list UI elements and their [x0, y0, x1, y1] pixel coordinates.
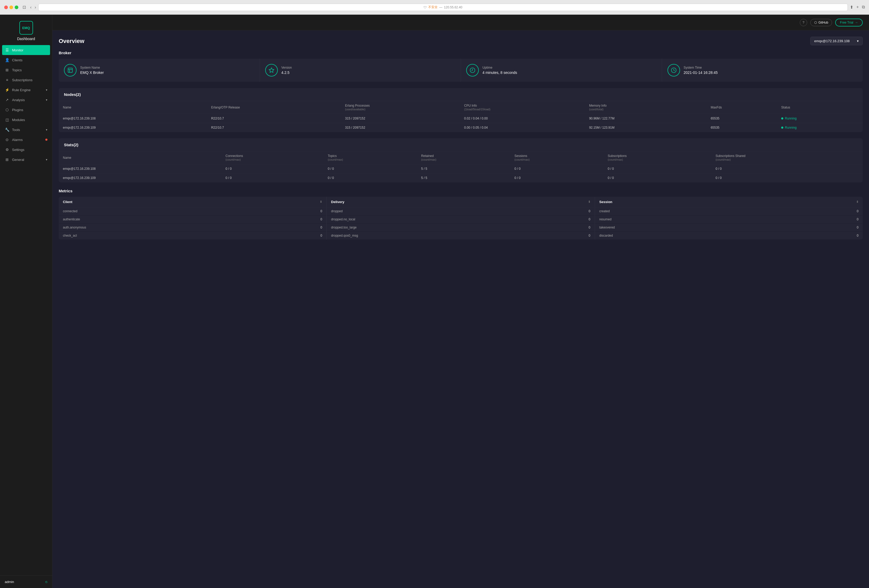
sidebar-toggle-icon[interactable]: ⊡ — [22, 5, 26, 10]
metrics-key: dropped.qos0_msg — [331, 234, 358, 237]
modules-icon: ◫ — [5, 117, 9, 122]
share-icon[interactable]: ⬆ — [850, 5, 853, 10]
sort-icon[interactable]: ⇕ — [856, 200, 859, 204]
node-selector[interactable]: emqx@172.16.239.108 ▾ — [810, 37, 863, 45]
maximize-button[interactable] — [15, 6, 18, 9]
col-name: Name — [59, 101, 207, 114]
metrics-col-header-client: Client ⇕ — [59, 197, 326, 207]
status-dot — [781, 117, 783, 120]
nodes-table-header: Name Erlang/OTP Release Erlang Processes… — [59, 101, 863, 114]
node-erlang-otp: R22/10.7 — [207, 123, 341, 132]
nodes-section-header: Nodes(2) — [59, 88, 863, 101]
sidebar-item-clients[interactable]: 👤 Clients — [0, 55, 52, 65]
sidebar-footer: admin ⎋ — [0, 575, 52, 588]
node-status: Running — [777, 114, 863, 123]
sort-icon[interactable]: ⇕ — [320, 200, 322, 204]
sidebar-item-label: Topics — [12, 68, 22, 72]
sidebar-item-label: Settings — [12, 148, 24, 152]
stat-retained: 5 / 5 — [417, 164, 510, 173]
sidebar-item-alarms[interactable]: ⊙ Alarms — [0, 135, 52, 145]
broker-card-system-name: System Name EMQ X Broker — [59, 59, 260, 82]
col-erlang-processes: Erlang Processes (used/avaliable) — [341, 101, 460, 114]
logo-icon: EMQ — [19, 21, 33, 35]
content: Overview emqx@172.16.239.108 ▾ Broker Sy… — [52, 30, 869, 588]
metrics-row: authenticate 0 — [59, 215, 326, 224]
sidebar-item-settings[interactable]: ⚙ Settings — [0, 145, 52, 155]
plugins-icon: ⬡ — [5, 107, 9, 112]
address-bar[interactable]: 🛡 不安全 — 120.55.62.40 — [38, 4, 848, 11]
sidebar-logo: EMQ Dashboard — [0, 15, 52, 45]
stat-sessions: 0 / 0 — [510, 164, 604, 173]
nodes-section: Nodes(2) Name Erlang/OTP Release Er — [59, 88, 863, 132]
github-label: GitHub — [819, 21, 828, 24]
sidebar-item-monitor[interactable]: ☰ Monitor — [2, 45, 50, 55]
sidebar-item-topics[interactable]: ⊞ Topics — [0, 65, 52, 75]
table-row: emqx@172.16.239.108 R22/10.7 315 / 20971… — [59, 114, 863, 123]
topics-icon: ⊞ — [5, 68, 9, 72]
new-tab-icon[interactable]: + — [856, 5, 859, 10]
broker-card-version: Version 4.2.5 — [260, 59, 461, 82]
address-ip: 120.55.62.40 — [444, 6, 462, 9]
metrics-val: 0 — [320, 209, 322, 213]
rule-engine-icon: ⚡ — [5, 87, 9, 92]
clients-icon: 👤 — [5, 58, 9, 62]
free-trial-button[interactable]: Free Trial → — [835, 19, 863, 27]
sidebar-item-general[interactable]: ⊞ General ▾ — [0, 155, 52, 164]
chevron-down-icon: ▾ — [46, 128, 47, 132]
broker-card-info: System Name EMQ X Broker — [80, 66, 104, 75]
card-value: EMQ X Broker — [80, 71, 104, 75]
stat-topics: 0 / 0 — [324, 173, 417, 183]
node-memory-info: 92.15M / 123.91M — [585, 123, 706, 132]
metrics-col-client: Client ⇕ connected 0 authenticate 0 auth… — [59, 197, 326, 240]
address-separator: — — [439, 6, 442, 9]
browser-icons: ⊡ — [22, 5, 26, 10]
col-subscriptions: Subscriptions (count/max) — [604, 151, 711, 164]
col-sessions: Sessions (count/max) — [510, 151, 604, 164]
col-maxfds: MaxFds — [706, 101, 777, 114]
chevron-down-icon: ▾ — [857, 39, 859, 43]
arrow-icon: → — [855, 21, 858, 24]
traffic-lights — [4, 6, 18, 9]
metrics-val: 0 — [857, 218, 859, 221]
sidebar-item-analysis[interactable]: ↗ Analysis ▾ — [0, 95, 52, 105]
metrics-row: resumed 0 — [595, 215, 863, 224]
app: EMQ Dashboard ☰ Monitor 👤 Clients ⊞ Topi… — [0, 15, 869, 588]
sidebar-item-label: Analysis — [12, 98, 25, 102]
sort-icon[interactable]: ⇕ — [588, 200, 590, 204]
logout-icon[interactable]: ⎋ — [45, 580, 47, 584]
minimize-button[interactable] — [9, 6, 13, 9]
metrics-col-session: Session ⇕ created 0 resumed 0 takeovered… — [595, 197, 863, 240]
sidebar-item-tools[interactable]: 🔧 Tools ▾ — [0, 125, 52, 135]
chevron-down-icon: ▾ — [46, 158, 47, 161]
sidebar-item-label: Modules — [12, 118, 25, 122]
sidebar-item-rule-engine[interactable]: ⚡ Rule Engine ▾ — [0, 85, 52, 95]
tabs-icon[interactable]: ⧉ — [862, 5, 865, 10]
sidebar-item-modules[interactable]: ◫ Modules — [0, 115, 52, 125]
close-button[interactable] — [4, 6, 8, 9]
stat-subscriptions-shared: 0 / 0 — [711, 173, 863, 183]
chevron-down-icon: ▾ — [46, 88, 47, 92]
status-dot — [781, 127, 783, 129]
node-selector-value: emqx@172.16.239.108 — [814, 39, 850, 43]
alarm-badge — [45, 139, 47, 141]
forward-icon[interactable]: › — [35, 5, 36, 10]
metrics-val: 0 — [589, 234, 590, 237]
metrics-key: dropped.no_local — [331, 218, 355, 221]
card-value: 2021-01-14 16:28:45 — [684, 71, 718, 75]
main: ? ⬡ GitHub Free Trial → Overview emqx@17… — [52, 15, 869, 588]
back-icon[interactable]: ‹ — [30, 5, 31, 10]
sidebar: EMQ Dashboard ☰ Monitor 👤 Clients ⊞ Topi… — [0, 15, 52, 588]
stats-section-header: Stats(2) — [59, 138, 863, 151]
browser-chrome: ⊡ ‹ › 🛡 不安全 — 120.55.62.40 ⬆ + ⧉ — [0, 0, 869, 15]
help-button[interactable]: ? — [800, 19, 807, 26]
col-retained: Retained (count/max) — [417, 151, 510, 164]
stat-topics: 0 / 0 — [324, 164, 417, 173]
sidebar-item-label: Alarms — [12, 138, 22, 142]
table-row: emqx@172.16.239.108 0 / 0 0 / 0 5 / 5 0 … — [59, 164, 863, 173]
system-name-icon — [64, 64, 77, 77]
col-name: Name — [59, 151, 221, 164]
stats-title: Stats(2) — [64, 142, 79, 147]
sidebar-item-subscriptions[interactable]: ≡ Subscriptions — [0, 75, 52, 85]
sidebar-item-plugins[interactable]: ⬡ Plugins — [0, 105, 52, 115]
github-button[interactable]: ⬡ GitHub — [810, 19, 832, 26]
